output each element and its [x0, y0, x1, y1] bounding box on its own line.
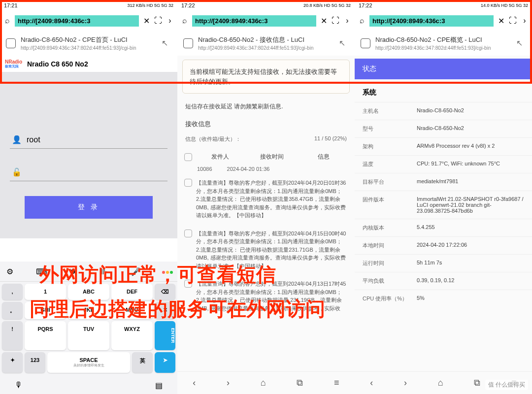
info-row: CPU 使用率（%）5% [355, 290, 532, 307]
url-suggestion[interactable]: Nradio-C8-650-No2 - CPE概览 - LuCI http://… [355, 31, 532, 56]
insert-arrow-icon[interactable]: ↖ [516, 38, 526, 48]
info-row: 内核版本5.4.255 [355, 219, 532, 236]
info-label: 平均负载 [363, 277, 417, 285]
info-label: CPU 使用率（%） [363, 295, 417, 302]
key-comma[interactable]: , [2, 284, 23, 300]
key-pqrs[interactable]: PQRS [25, 321, 66, 350]
phone-screen-3: 17:22 14.0 KB/s HD 5G 5G 32 ⌕ http://[24… [355, 0, 532, 394]
nav-bar: ‹ › ⌂ ⧉ ≡ [177, 371, 355, 394]
key-123[interactable]: 123 [25, 352, 45, 373]
forward-icon[interactable]: › [404, 378, 407, 388]
search-icon[interactable]: ⌕ [358, 16, 366, 25]
home-icon[interactable]: ⌂ [438, 378, 443, 388]
key-symbols[interactable]: ✦ [2, 352, 23, 373]
clock: 17:21 [4, 2, 18, 8]
username-field[interactable]: 👤 root [10, 131, 167, 149]
home-icon[interactable]: ⌂ [261, 378, 266, 388]
system-heading: 系统 [355, 79, 532, 102]
info-value: 0.39, 0.19, 0.12 [417, 277, 524, 285]
go-icon[interactable]: › [520, 16, 529, 25]
url-suggestion[interactable]: Nradio-C8-650-No2 - CPE首页 - LuCI http://… [0, 31, 177, 56]
status-bar: 17:21 312 KB/s HD 5G 5G 32 [0, 0, 177, 11]
clear-icon[interactable]: ✕ [497, 16, 505, 25]
info-label: 温度 [363, 161, 417, 168]
key-enter[interactable]: ENTER [155, 321, 175, 350]
page-icon [6, 38, 16, 48]
annotation-text-1: 外网访问正常，可查看短信 [39, 261, 276, 288]
page-icon [183, 38, 193, 48]
settings-icon[interactable]: ⚙ [4, 265, 16, 277]
insert-arrow-icon[interactable]: ↖ [162, 38, 171, 48]
key-wxyz[interactable]: WXYZ [111, 321, 153, 350]
tabs-icon[interactable]: ⧉ [474, 378, 480, 388]
watermark: 值 什么值得买 [485, 380, 528, 390]
page-icon [361, 38, 370, 48]
login-button[interactable]: 登 录 [25, 196, 153, 219]
info-value: 5.4.255 [417, 224, 524, 231]
message-meta: 100862024-04-20 01:36 [177, 166, 355, 172]
key-period[interactable]: 。 [2, 302, 23, 319]
clipboard-icon[interactable]: ▤ [155, 381, 163, 390]
tabs-icon[interactable]: ⧉ [297, 378, 303, 388]
row-checkbox[interactable] [184, 179, 192, 187]
key-tuv[interactable]: TUV [68, 321, 109, 350]
search-icon[interactable]: ⌕ [180, 16, 189, 25]
info-row: 目标平台mediatek/mt7981 [355, 173, 532, 191]
info-label: 架构 [363, 143, 417, 150]
info-row: 固件版本ImmortalWrt 21.02-SNAPSHOT r0-3fa968… [355, 191, 532, 219]
clear-icon[interactable]: ✕ [319, 16, 328, 25]
insert-arrow-icon[interactable]: ↖ [339, 38, 349, 48]
select-all-checkbox[interactable] [184, 153, 192, 161]
app-header: NRadio极简无限 Nradio C8 650 No2 [0, 56, 177, 72]
url-suggestion[interactable]: Nradio-C8-650-No2 - 接收信息 - LuCI http://[… [177, 31, 355, 56]
signal-indicators: 14.0 KB/s HD 5G 5G 32 [481, 3, 528, 8]
brand-logo: NRadio极简无限 [5, 60, 22, 68]
key-lang[interactable]: 英 [132, 352, 153, 373]
url-input[interactable]: http://[2409:8949:436c:3 [369, 15, 494, 27]
mic-bottom-icon[interactable]: 🎙 [15, 381, 23, 390]
status-header: 状态 [355, 59, 532, 79]
message-row[interactable]: 【流量查询】尊敬的客户您好，截至到2024年04月20日01时36分，您本月各类… [177, 174, 355, 225]
back-icon[interactable]: ‹ [193, 378, 196, 388]
message-body: 【流量查询】尊敬的客户您好，截至到2024年04月20日01时36分，您本月各类… [196, 179, 348, 220]
row-checkbox[interactable] [184, 230, 192, 237]
info-value: 2024-04-20 17:22:06 [417, 242, 524, 249]
back-icon[interactable]: ‹ [370, 378, 373, 388]
forward-icon[interactable]: › [227, 378, 230, 388]
suggestion-title: Nradio-C8-650-No2 - 接收信息 - LuCI [198, 35, 334, 44]
th-sender: 发件人 [196, 153, 244, 161]
key-space[interactable]: SPACE美好的事情即将发生 [47, 352, 130, 373]
login-form: 👤 root 🔓 登 录 [0, 72, 177, 238]
key-send[interactable]: ➤ [155, 352, 175, 373]
annotation-text-2: 同理后边搭建的服务可在外网访问 [30, 296, 325, 323]
info-row: 主机名Nradio-C8-650-No2 [355, 102, 532, 120]
url-input[interactable]: http://[2409:8949:436c:3 [15, 15, 139, 27]
info-label: 内核版本 [363, 224, 417, 231]
table-header: 发件人 接收时间 信息 [177, 148, 355, 166]
info-value: ImmortalWrt 21.02-SNAPSHOT r0-3fa9687 / … [417, 196, 524, 214]
password-field[interactable]: 🔓 [10, 164, 167, 181]
scan-icon[interactable]: ⛶ [508, 16, 517, 25]
info-value: mediatek/mt7981 [417, 178, 524, 186]
url-input[interactable]: http://[2409:8949:436c:3 [192, 15, 316, 27]
info-label: 固件版本 [363, 196, 417, 214]
user-icon: 👤 [12, 135, 22, 144]
info-row: 本地时间2024-04-20 17:22:06 [355, 236, 532, 254]
clear-icon[interactable]: ✕ [142, 16, 151, 25]
info-row: 型号Nradio-C8-650-No2 [355, 120, 532, 137]
go-icon[interactable]: › [343, 16, 352, 25]
url-bar: ⌕ http://[2409:8949:436c:3 ✕ ⛶ › [177, 11, 355, 31]
scan-icon[interactable]: ⛶ [331, 16, 340, 25]
menu-icon[interactable]: ≡ [334, 378, 339, 388]
scan-icon[interactable]: ⛶ [154, 16, 163, 25]
signal-indicators: 20.8 KB/s HD 5G 5G 32 [303, 3, 351, 8]
delay-note: 短信存在接收延迟 请勿频繁刷新信息. [177, 98, 355, 116]
info-value: 5h 11m 7s [417, 260, 524, 267]
clock: 17:22 [181, 2, 195, 8]
go-icon[interactable]: › [166, 16, 174, 25]
clock: 17:22 [359, 2, 372, 8]
search-icon[interactable]: ⌕ [3, 16, 12, 25]
th-time: 接收时间 [248, 153, 296, 161]
key-exclaim[interactable]: ! [2, 321, 23, 350]
warning-banner: 当前模组可能无法支持短信接收，如无法接收需要等待后续的更新。 [182, 60, 350, 94]
